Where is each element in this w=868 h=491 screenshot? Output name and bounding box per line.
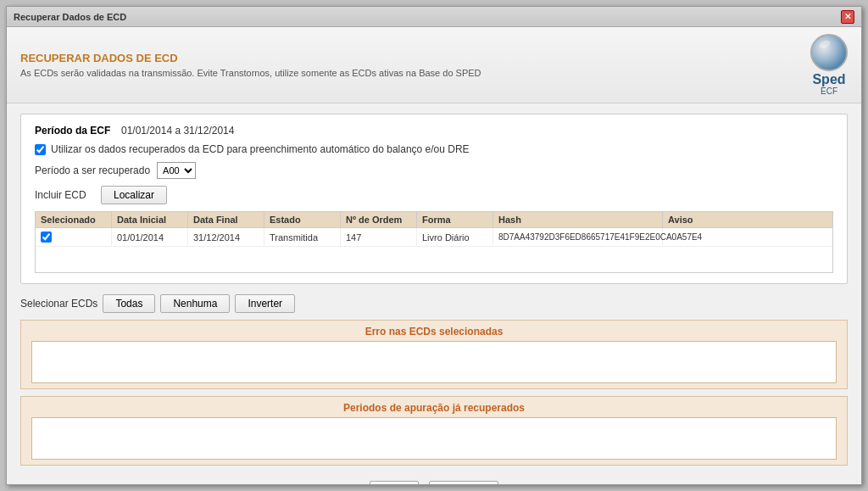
periodos-content [31, 417, 837, 460]
recuperar-line: Período a ser recuperado A00 A01 A02 [35, 162, 833, 179]
period-label: Período da ECF [35, 125, 111, 137]
th-data-final: Data Final [188, 212, 264, 227]
td-forma: Livro Diário [417, 228, 493, 246]
error-section: Erro nas ECDs selecionadas [20, 320, 848, 389]
row-checkbox[interactable] [41, 232, 52, 243]
nenhuma-button[interactable]: Nenhuma [160, 294, 230, 313]
th-data-inicial: Data Inicial [112, 212, 188, 227]
table-spacer [36, 247, 832, 272]
header-text: RECUPERAR DADOS DE ECD As ECDs serão val… [20, 52, 797, 78]
sped-label: Sped [812, 73, 845, 86]
utilizar-checkbox[interactable] [35, 144, 46, 155]
period-line: Período da ECF 01/01/2014 a 31/12/2014 [35, 125, 833, 137]
th-aviso: Aviso [663, 212, 832, 227]
header-subtitle: As ECDs serão validadas na transmissão. … [20, 68, 797, 78]
error-title: Erro nas ECDs selecionadas [31, 326, 837, 338]
th-estado: Estado [264, 212, 341, 227]
main-form-box: Período da ECF 01/01/2014 a 31/12/2014 U… [20, 114, 848, 284]
td-aviso [663, 228, 832, 246]
content-area: Período da ECF 01/01/2014 a 31/12/2014 U… [7, 103, 861, 484]
ok-button[interactable]: Ok [370, 481, 418, 484]
th-hash: Hash [493, 212, 663, 227]
table-header: Selecionado Data Inicial Data Final Esta… [36, 212, 832, 228]
localizar-button[interactable]: Localizar [101, 186, 167, 204]
th-forma: Forma [417, 212, 493, 227]
footer: Ok Cancelar [20, 472, 848, 484]
incluir-label: Incluir ECD [35, 189, 94, 201]
td-numero-ordem: 147 [341, 228, 417, 246]
period-value: 01/01/2014 a 31/12/2014 [121, 125, 234, 137]
cancelar-button[interactable]: Cancelar [429, 481, 498, 484]
recuperar-select[interactable]: A00 A01 A02 [157, 162, 196, 179]
ecd-table: Selecionado Data Inicial Data Final Esta… [35, 211, 833, 273]
td-hash: 8D7AA43792D3F6ED8665717E41F9E2E0CA0A57E4 [493, 228, 663, 246]
th-numero-ordem: Nº de Ordem [341, 212, 417, 227]
incluir-line: Incluir ECD Localizar [35, 186, 833, 204]
td-estado: Transmitida [264, 228, 341, 246]
error-content [31, 341, 837, 383]
main-window: Recuperar Dados de ECD ✕ RECUPERAR DADOS… [6, 6, 862, 485]
select-ecds-line: Selecionar ECDs Todas Nenhuma Inverter [20, 294, 848, 313]
close-button[interactable]: ✕ [841, 10, 854, 24]
periodos-section: Periodos de apuração já recuperados [20, 396, 848, 466]
inverter-button[interactable]: Inverter [235, 294, 295, 313]
td-data-inicial: 01/01/2014 [112, 228, 188, 246]
table-row: 01/01/2014 31/12/2014 Transmitida 147 Li… [36, 228, 832, 247]
periodos-title: Periodos de apuração já recuperados [31, 402, 837, 414]
header-band: RECUPERAR DADOS DE ECD As ECDs serão val… [7, 27, 861, 103]
sped-sub-label: ECF [821, 86, 837, 96]
todas-button[interactable]: Todas [103, 294, 155, 313]
title-bar: Recuperar Dados de ECD ✕ [7, 7, 861, 27]
header-title: RECUPERAR DADOS DE ECD [20, 52, 797, 64]
recuperar-label: Período a ser recuperado [35, 165, 150, 176]
window-title: Recuperar Dados de ECD [14, 12, 126, 22]
checkbox-line: Utilizar os dados recuperados da ECD par… [35, 143, 833, 155]
select-ecds-label: Selecionar ECDs [20, 298, 97, 310]
th-selecionado: Selecionado [36, 212, 112, 227]
sped-globe-icon [810, 34, 848, 71]
checkbox-label: Utilizar os dados recuperados da ECD par… [51, 143, 470, 155]
td-data-final: 31/12/2014 [188, 228, 264, 246]
td-selecionado [36, 228, 112, 246]
sped-logo: Sped ECF [810, 34, 848, 96]
